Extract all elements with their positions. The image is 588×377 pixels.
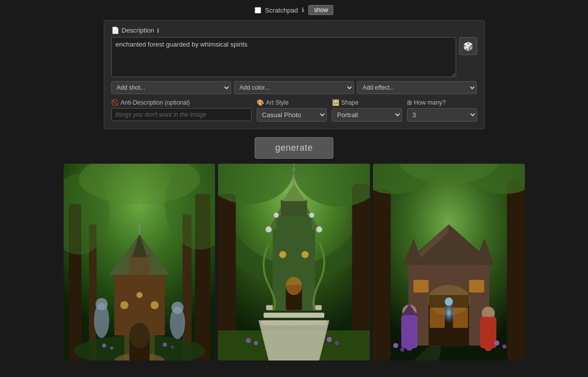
scratchpad-label: Scratchpad [265,7,298,14]
svg-rect-71 [414,280,429,292]
description-info-icon[interactable]: ℹ [157,27,159,34]
svg-point-24 [102,343,106,347]
art-style-group: 🎨 Art Style Casual Photo Oil Painting Wa… [257,99,327,122]
shape-label: Shape [341,99,359,106]
how-many-label-row: ⊞ How many? [407,99,477,106]
art-style-icon: 🎨 [257,99,264,106]
antidesc-label-row: 🚫 Anti-Description (optional) [111,99,252,106]
description-textarea[interactable]: enchanted forest guarded by whimsical sp… [111,37,456,77]
svg-rect-41 [281,200,307,216]
svg-marker-33 [259,320,329,361]
scratchpad-checkbox[interactable] [255,7,261,14]
top-bar: Scratchpad ℹ show [0,0,588,18]
antidesc-icon: 🚫 [111,99,119,106]
svg-rect-72 [469,280,484,292]
svg-point-54 [254,341,258,345]
svg-point-47 [274,213,279,218]
svg-rect-60 [373,189,390,360]
image-card-2[interactable] [218,164,370,360]
svg-point-26 [162,342,166,346]
art-style-label: Art Style [266,99,289,106]
svg-point-55 [327,337,332,342]
shape-select[interactable]: Portrait Landscape Square [332,108,402,122]
svg-point-74 [445,297,453,305]
description-icon: 📄 [111,27,119,34]
svg-rect-77 [401,315,417,348]
svg-point-48 [309,213,314,218]
how-many-icon: ⊞ [407,99,412,106]
info-icon[interactable]: ℹ [302,7,304,14]
svg-point-13 [129,323,149,348]
svg-point-16 [136,292,142,298]
images-row [59,164,530,360]
art-style-select[interactable]: Casual Photo Oil Painting Watercolor Dig… [257,108,327,122]
svg-point-50 [286,277,302,295]
how-many-select[interactable]: 1 2 3 4 5 [407,108,477,122]
svg-point-20 [171,301,183,313]
antidesc-label: Anti-Description (optional) [121,99,190,106]
image-card-1[interactable] [64,164,216,360]
svg-rect-81 [480,317,496,348]
svg-point-52 [302,251,309,258]
svg-point-27 [170,345,173,348]
generate-button[interactable]: generate [255,137,333,159]
antidesc-group: 🚫 Anti-Description (optional) [111,99,252,121]
generate-section: generate [59,137,530,159]
svg-rect-69 [430,308,445,328]
svg-rect-39 [276,214,312,232]
svg-point-15 [150,301,158,309]
how-many-group: ⊞ How many? 1 2 3 4 5 [407,99,477,122]
add-effect-select[interactable]: Add effect... Blur Bokeh [357,81,477,94]
emoji-button[interactable]: 🎲 [459,37,477,55]
textarea-row: enchanted forest guarded by whimsical sp… [111,37,477,77]
forest-svg-3 [373,164,525,360]
svg-point-18 [95,298,107,310]
forest-svg-1 [64,164,216,360]
svg-rect-35 [264,313,324,318]
svg-point-51 [279,251,286,258]
svg-point-14 [120,301,128,309]
svg-rect-61 [507,179,524,360]
svg-point-46 [316,226,322,232]
description-header: 📄 Description ℹ [111,27,477,34]
image-placeholder-2 [218,164,370,360]
image-card-3[interactable] [373,164,525,360]
shape-label-row: 🖼️ Shape [332,99,402,106]
svg-rect-10 [129,255,149,275]
forest-svg-2 [218,164,370,360]
svg-rect-70 [453,308,468,328]
add-color-select[interactable]: Add color... Warm tones Cool tones [234,81,354,94]
description-label: Description [122,27,154,34]
shape-icon: 🖼️ [332,99,339,106]
main-panel: 📄 Description ℹ enchanted forest guarded… [104,20,485,129]
add-controls: Add shot... Close-up Wide shot Medium sh… [111,81,477,94]
image-placeholder-1 [64,164,216,360]
image-placeholder-3 [373,164,525,360]
show-button[interactable]: show [308,5,333,15]
add-shot-select[interactable]: Add shot... Close-up Wide shot Medium sh… [111,81,231,94]
svg-point-83 [400,347,404,351]
svg-point-56 [335,341,339,345]
art-style-label-row: 🎨 Art Style [257,99,327,106]
how-many-label: How many? [414,99,446,106]
svg-point-85 [502,344,506,348]
svg-point-45 [266,226,272,232]
svg-point-82 [393,343,398,348]
shape-group: 🖼️ Shape Portrait Landscape Square [332,99,402,122]
svg-point-53 [246,338,251,343]
options-row: 🚫 Anti-Description (optional) 🎨 Art Styl… [111,99,477,122]
svg-point-25 [110,346,113,349]
svg-rect-34 [261,320,327,325]
antidesc-input[interactable] [111,108,252,121]
svg-point-84 [494,340,499,345]
